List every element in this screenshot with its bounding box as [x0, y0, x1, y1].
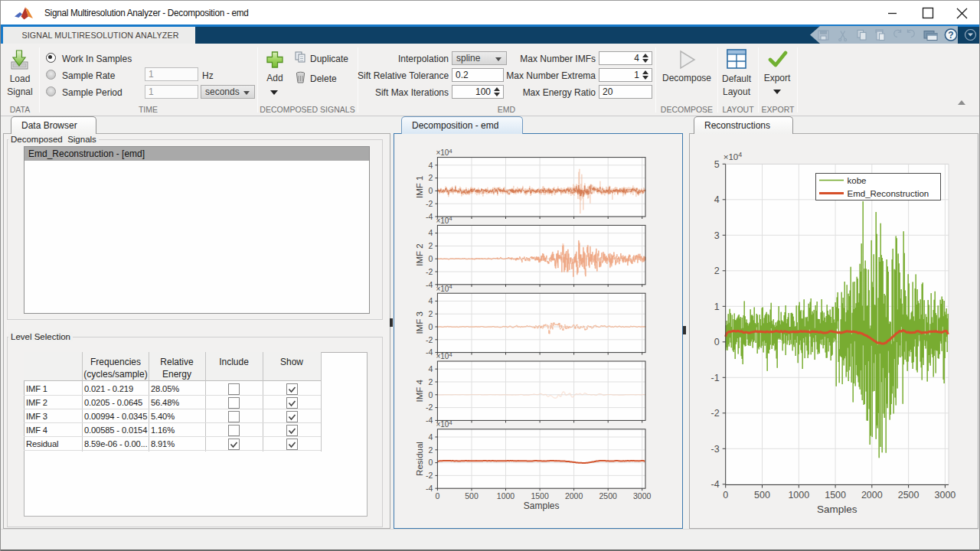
svg-text:-2: -2	[711, 408, 720, 419]
svg-text:Emd_Reconstruction: Emd_Reconstruction	[848, 189, 929, 198]
svg-text:3: 3	[714, 230, 720, 241]
svg-text:2: 2	[429, 241, 433, 250]
svg-text:0: 0	[429, 458, 433, 467]
svg-text:IMF 3: IMF 3	[415, 311, 424, 334]
svg-text:-4: -4	[426, 212, 433, 221]
svg-text:4: 4	[429, 296, 433, 305]
svg-text:1: 1	[714, 302, 720, 312]
svg-text:500: 500	[754, 490, 770, 500]
svg-text:×104: ×104	[436, 215, 452, 225]
svg-text:0: 0	[435, 491, 439, 500]
svg-text:kobe: kobe	[848, 176, 867, 185]
svg-text:-2: -2	[426, 267, 433, 276]
svg-text:3000: 3000	[934, 490, 956, 500]
svg-text:IMF 4: IMF 4	[415, 379, 424, 402]
svg-text:0: 0	[429, 186, 433, 195]
svg-text:2000: 2000	[565, 491, 583, 500]
svg-text:-1: -1	[711, 373, 720, 383]
svg-text:5: 5	[714, 159, 720, 170]
svg-text:0: 0	[714, 337, 720, 347]
svg-text:-4: -4	[426, 484, 433, 493]
svg-text:IMF 1: IMF 1	[415, 176, 424, 198]
svg-text:2500: 2500	[599, 491, 618, 500]
svg-text:4: 4	[429, 161, 433, 170]
svg-text:4: 4	[429, 364, 433, 373]
svg-text:4: 4	[429, 432, 433, 442]
svg-text:×104: ×104	[436, 148, 452, 158]
svg-text:-4: -4	[426, 280, 433, 289]
svg-text:Samples: Samples	[524, 500, 560, 511]
svg-text:2: 2	[429, 173, 433, 182]
svg-text:1000: 1000	[788, 490, 809, 500]
svg-text:2: 2	[714, 266, 720, 276]
svg-text:×104: ×104	[436, 283, 452, 293]
svg-text:-3: -3	[711, 444, 720, 455]
svg-text:4: 4	[714, 194, 720, 205]
svg-text:Samples: Samples	[817, 504, 858, 515]
svg-text:×104: ×104	[436, 351, 452, 361]
svg-text:-2: -2	[426, 471, 433, 480]
svg-text:-4: -4	[426, 347, 433, 357]
svg-text:2: 2	[429, 445, 433, 455]
svg-text:1500: 1500	[825, 490, 846, 500]
svg-text:×104: ×104	[436, 419, 452, 429]
svg-text:-4: -4	[426, 416, 433, 425]
svg-text:Residual: Residual	[415, 442, 424, 476]
svg-text:500: 500	[465, 491, 479, 500]
svg-text:1000: 1000	[497, 491, 515, 500]
svg-text:2000: 2000	[861, 490, 883, 500]
svg-text:2500: 2500	[898, 490, 920, 500]
svg-text:4: 4	[429, 228, 433, 237]
svg-text:0: 0	[429, 322, 433, 331]
svg-text:×104: ×104	[724, 151, 743, 161]
svg-text:3000: 3000	[633, 491, 652, 500]
svg-text:-2: -2	[426, 335, 433, 344]
svg-text:0: 0	[723, 490, 728, 500]
svg-text:IMF 2: IMF 2	[415, 243, 424, 266]
svg-text:2: 2	[429, 377, 433, 386]
svg-text:-2: -2	[426, 199, 433, 208]
svg-text:0: 0	[429, 254, 433, 263]
svg-text:0: 0	[429, 390, 433, 399]
svg-text:-4: -4	[711, 479, 720, 490]
svg-text:2: 2	[429, 309, 433, 318]
svg-text:-2: -2	[426, 403, 433, 412]
svg-text:1500: 1500	[531, 491, 549, 500]
